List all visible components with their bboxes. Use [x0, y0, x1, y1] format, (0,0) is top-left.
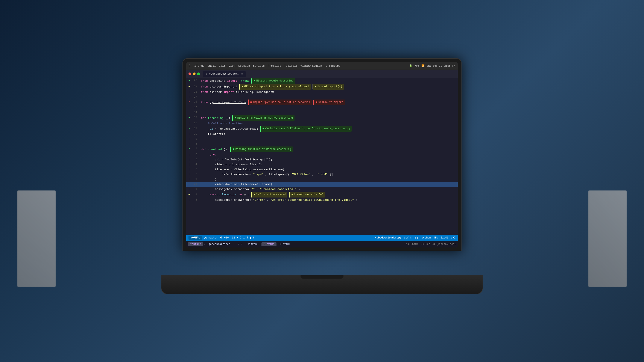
hint-11-1: ■ Variable name "t1" doesn't conform to …: [260, 126, 352, 132]
content-16: from pytube import YouTube ■ Import "pyt…: [201, 99, 456, 105]
content-2a: defaultextension= ".mp4" , filetypes=[( …: [201, 172, 456, 177]
gutter-15: 15: [188, 105, 201, 110]
indicator-3a: |: [188, 167, 190, 172]
vim-mode: NORMAL: [188, 236, 202, 240]
linenum-7: 7: [191, 146, 197, 151]
gutter-5: | 5: [188, 157, 201, 162]
code-line-17: | 17: [186, 95, 458, 99]
code-line-19: ▲ 19 from tkinter import * ■ Wildcard im…: [186, 84, 458, 90]
code-line-20: ● 20 from threading import Thread ■ M: [186, 78, 458, 84]
gutter-6: | 6: [188, 152, 201, 157]
menu-session[interactable]: Session: [238, 64, 250, 67]
content-12: #.Call work function: [201, 121, 456, 126]
linenum-2a: 2: [191, 172, 197, 177]
menu-scripts[interactable]: Scripts: [253, 64, 265, 67]
hint-19-1: ■ Wildcard import from a library not all…: [239, 84, 311, 90]
linenum-12: 12: [191, 121, 197, 126]
iterm-window: ⚡ youtubedownloader… ✕ ● 20: [186, 70, 458, 248]
hint-16-1: ■ Import "pytube" could not be resolved: [248, 99, 312, 105]
gutter-16: ● 16: [188, 99, 201, 104]
date-display: Sat Sep 30: [427, 64, 442, 67]
code-line-1a: | 1 ): [186, 177, 458, 182]
code-container: ● 20 from threading import Thread ■ M: [186, 78, 458, 235]
maximize-button[interactable]: [197, 72, 200, 75]
status-extra: g●l: [451, 236, 456, 239]
kw-import: import: [227, 78, 238, 83]
prompt-icon: ⎇: [204, 236, 207, 240]
code-line-1b: | 1 messagebox.showinfo( "" , "Download …: [186, 187, 458, 192]
menu-profiles[interactable]: Profiles: [268, 64, 281, 67]
minimize-button[interactable]: [193, 72, 196, 75]
indicator-2a: |: [188, 172, 190, 177]
content-1b: messagebox.showinfo( "" , "Download comp…: [201, 187, 456, 192]
code-line-6: | 6 try:: [186, 152, 458, 157]
hint-13-1: ■ Missing function or method docstring: [232, 115, 294, 121]
indicator-11: ●: [188, 126, 190, 131]
code-line-2b: ▲ 2 except Exception as e :: [186, 192, 458, 198]
laptop-bezel:  iTerm2 Shell Edit View Session Scripts…: [182, 58, 462, 251]
tmux-window-joseanmartinez[interactable]: joseanmartinez: [206, 242, 232, 246]
tmux-window-josean-label: joseanmartinez: [209, 243, 230, 246]
tab-youtubedownloader[interactable]: ⚡ youtubedownloader… ✕: [203, 71, 246, 77]
linenum-3a: 3: [191, 167, 197, 172]
tab-icon: ⚡: [206, 72, 208, 76]
tmux-window-2-nvim[interactable]: 2:nvim*: [262, 242, 276, 246]
linenum-17: 17: [191, 95, 197, 99]
tmux-separator-1: ›: [204, 243, 206, 246]
hint-icon: ◆: [250, 236, 251, 240]
content-10: t1.start(): [201, 132, 456, 137]
indicator-16: ●: [188, 99, 190, 104]
menu-toolbelt[interactable]: Toolbelt: [284, 64, 298, 67]
code-line-3a: | 3 filename = filedialog.asksaveasfilen…: [186, 167, 458, 172]
content-5: url = YouTube(str(url_box.get())): [201, 157, 456, 162]
linenum-6: 6: [191, 152, 197, 157]
gutter-1a: | 1: [188, 177, 201, 182]
code-line-14: 14: [186, 110, 458, 115]
close-button[interactable]: [188, 72, 191, 75]
tmux-bar: Youtube › joseanmartinez › 2:0 <1:zsh–: [186, 241, 458, 248]
indicator-18: |: [188, 90, 190, 95]
tab-close-icon[interactable]: ✕: [241, 72, 243, 75]
indicator-1b: |: [188, 187, 190, 192]
indicator-8: |: [188, 142, 190, 146]
code-line-11: ● 11 t1 = Thread(target=download) ■ Vari…: [186, 126, 458, 132]
tmux-window-3-nvim[interactable]: 3:nvim>: [277, 242, 292, 246]
gutter-2b: ▲ 2: [188, 192, 201, 197]
linenum-19: 19: [191, 84, 197, 89]
indicator-1a: |: [188, 177, 190, 182]
linenum-14: 14: [191, 110, 197, 115]
tmux-window-2-0[interactable]: 2:0: [236, 242, 245, 246]
code-line-8: | 8: [186, 142, 458, 146]
git-stats: +5 ~16 -12: [220, 236, 235, 239]
code-line-3b: | 3 messagebox.showerror( "Error" , "An …: [186, 198, 458, 202]
indicator-3b: |: [188, 198, 190, 202]
error-count: 2: [240, 236, 242, 239]
code-line-7: ● 7 def download (): ■ Missing function …: [186, 146, 458, 152]
tmux-window-3-nvim-label: 3:nvim>: [280, 243, 290, 246]
linenum-11: 11: [191, 126, 197, 131]
time-display: 2:55 PM: [444, 64, 455, 67]
git-branch: master: [208, 236, 218, 239]
tmux-window-youtube[interactable]: Youtube: [188, 242, 203, 246]
gutter-14: 14: [188, 110, 201, 115]
wifi-icon: 📶: [422, 64, 424, 67]
code-line-16: ● 16 from pytube import YouTube ■ Import…: [186, 99, 458, 105]
menu-view[interactable]: View: [228, 64, 235, 67]
indicator-13: ●: [188, 115, 190, 120]
menu-shell[interactable]: Shell: [207, 64, 216, 67]
tmux-time: 14:55:04: [406, 243, 418, 246]
indicator-4: |: [188, 162, 190, 167]
hint-7-1: ■ Missing function or method docstring: [230, 146, 292, 152]
status-filename: <ubedownloader.py: [375, 236, 401, 239]
traffic-lights: [188, 72, 200, 75]
menu-edit[interactable]: Edit: [219, 64, 226, 67]
hint-2b-1: ■ "e" is not accessed: [251, 192, 287, 198]
tmux-window-1-zsh-label: <1:zsh–: [248, 243, 258, 246]
tmux-window-1-zsh[interactable]: <1:zsh–: [245, 242, 260, 246]
gutter-8: | 8: [188, 142, 201, 146]
vim-statusbar: NORMAL ⎇ master +5 ~16 -12 ● 2 ▲ 5 ◆ 6 <…: [186, 235, 458, 241]
hint-20-1: ■ Missing module docstring: [251, 78, 295, 84]
linenum-5: 5: [191, 157, 197, 162]
rubiks-right-decor: [588, 190, 627, 287]
menu-iterm2[interactable]: iTerm2: [194, 64, 204, 67]
